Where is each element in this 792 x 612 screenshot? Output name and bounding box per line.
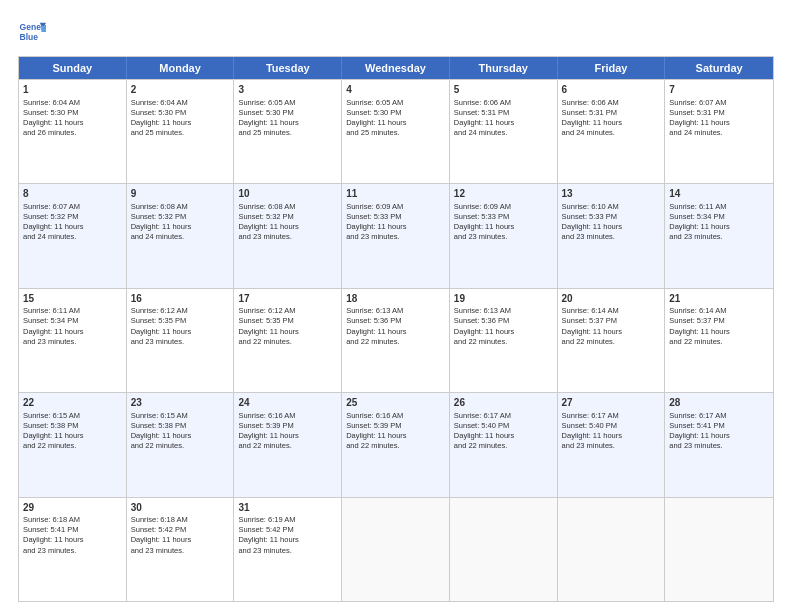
day-info-line: and 23 minutes. xyxy=(131,546,230,556)
day-info-line: and 22 minutes. xyxy=(346,441,445,451)
day-info-line: Daylight: 11 hours xyxy=(346,118,445,128)
day-info-line: Sunrise: 6:05 AM xyxy=(346,98,445,108)
header-day-monday: Monday xyxy=(127,57,235,79)
day-info-line: Sunrise: 6:15 AM xyxy=(131,411,230,421)
day-info-line: and 23 minutes. xyxy=(562,232,661,242)
header-day-tuesday: Tuesday xyxy=(234,57,342,79)
day-cell-12: 12Sunrise: 6:09 AMSunset: 5:33 PMDayligh… xyxy=(450,184,558,287)
day-info-line: and 22 minutes. xyxy=(562,337,661,347)
day-info-line: Daylight: 11 hours xyxy=(454,327,553,337)
day-info-line: Sunset: 5:42 PM xyxy=(238,525,337,535)
day-number: 26 xyxy=(454,396,553,410)
day-info-line: Sunset: 5:32 PM xyxy=(131,212,230,222)
day-cell-29: 29Sunrise: 6:18 AMSunset: 5:41 PMDayligh… xyxy=(19,498,127,601)
day-info-line: and 22 minutes. xyxy=(131,441,230,451)
header-day-wednesday: Wednesday xyxy=(342,57,450,79)
day-number: 13 xyxy=(562,187,661,201)
empty-cell xyxy=(342,498,450,601)
day-info-line: Sunset: 5:30 PM xyxy=(238,108,337,118)
day-info-line: and 23 minutes. xyxy=(669,441,769,451)
day-info-line: Daylight: 11 hours xyxy=(346,327,445,337)
day-number: 28 xyxy=(669,396,769,410)
day-info-line: Sunrise: 6:17 AM xyxy=(562,411,661,421)
day-number: 14 xyxy=(669,187,769,201)
day-cell-11: 11Sunrise: 6:09 AMSunset: 5:33 PMDayligh… xyxy=(342,184,450,287)
day-number: 12 xyxy=(454,187,553,201)
day-info-line: and 23 minutes. xyxy=(238,546,337,556)
day-number: 7 xyxy=(669,83,769,97)
day-info-line: Daylight: 11 hours xyxy=(346,431,445,441)
day-info-line: Daylight: 11 hours xyxy=(238,118,337,128)
calendar-row-1: 1Sunrise: 6:04 AMSunset: 5:30 PMDaylight… xyxy=(19,79,773,183)
day-info-line: and 22 minutes. xyxy=(454,441,553,451)
day-info-line: Sunrise: 6:13 AM xyxy=(454,306,553,316)
day-number: 19 xyxy=(454,292,553,306)
day-info-line: Daylight: 11 hours xyxy=(131,535,230,545)
day-cell-13: 13Sunrise: 6:10 AMSunset: 5:33 PMDayligh… xyxy=(558,184,666,287)
day-info-line: Sunset: 5:31 PM xyxy=(669,108,769,118)
day-cell-7: 7Sunrise: 6:07 AMSunset: 5:31 PMDaylight… xyxy=(665,80,773,183)
calendar-header: SundayMondayTuesdayWednesdayThursdayFrid… xyxy=(19,57,773,79)
day-info-line: Sunset: 5:37 PM xyxy=(669,316,769,326)
day-info-line: Sunrise: 6:06 AM xyxy=(454,98,553,108)
day-info-line: Sunset: 5:34 PM xyxy=(669,212,769,222)
day-cell-17: 17Sunrise: 6:12 AMSunset: 5:35 PMDayligh… xyxy=(234,289,342,392)
day-number: 6 xyxy=(562,83,661,97)
day-number: 22 xyxy=(23,396,122,410)
day-cell-27: 27Sunrise: 6:17 AMSunset: 5:40 PMDayligh… xyxy=(558,393,666,496)
day-info-line: Sunset: 5:38 PM xyxy=(131,421,230,431)
day-cell-22: 22Sunrise: 6:15 AMSunset: 5:38 PMDayligh… xyxy=(19,393,127,496)
day-info-line: and 23 minutes. xyxy=(346,232,445,242)
day-info-line: and 24 minutes. xyxy=(23,232,122,242)
logo-icon: General Blue xyxy=(18,18,46,46)
day-info-line: and 23 minutes. xyxy=(131,337,230,347)
day-info-line: and 24 minutes. xyxy=(562,128,661,138)
day-cell-26: 26Sunrise: 6:17 AMSunset: 5:40 PMDayligh… xyxy=(450,393,558,496)
day-info-line: Daylight: 11 hours xyxy=(454,431,553,441)
day-info-line: Sunrise: 6:08 AM xyxy=(131,202,230,212)
day-info-line: Sunset: 5:42 PM xyxy=(131,525,230,535)
day-cell-23: 23Sunrise: 6:15 AMSunset: 5:38 PMDayligh… xyxy=(127,393,235,496)
day-info-line: and 24 minutes. xyxy=(454,128,553,138)
day-info-line: Sunrise: 6:15 AM xyxy=(23,411,122,421)
day-info-line: Sunset: 5:30 PM xyxy=(346,108,445,118)
day-info-line: and 24 minutes. xyxy=(669,128,769,138)
day-info-line: Sunrise: 6:07 AM xyxy=(669,98,769,108)
day-cell-10: 10Sunrise: 6:08 AMSunset: 5:32 PMDayligh… xyxy=(234,184,342,287)
day-info-line: and 25 minutes. xyxy=(346,128,445,138)
day-info-line: Sunrise: 6:19 AM xyxy=(238,515,337,525)
day-info-line: Daylight: 11 hours xyxy=(562,222,661,232)
day-number: 20 xyxy=(562,292,661,306)
day-cell-9: 9Sunrise: 6:08 AMSunset: 5:32 PMDaylight… xyxy=(127,184,235,287)
day-number: 4 xyxy=(346,83,445,97)
day-info-line: Sunrise: 6:12 AM xyxy=(131,306,230,316)
day-info-line: Daylight: 11 hours xyxy=(23,222,122,232)
day-cell-6: 6Sunrise: 6:06 AMSunset: 5:31 PMDaylight… xyxy=(558,80,666,183)
day-info-line: Sunset: 5:30 PM xyxy=(23,108,122,118)
day-info-line: Daylight: 11 hours xyxy=(238,327,337,337)
header-day-thursday: Thursday xyxy=(450,57,558,79)
empty-cell xyxy=(450,498,558,601)
day-info-line: Sunset: 5:41 PM xyxy=(23,525,122,535)
day-info-line: Sunset: 5:39 PM xyxy=(238,421,337,431)
day-number: 17 xyxy=(238,292,337,306)
day-info-line: Sunrise: 6:14 AM xyxy=(562,306,661,316)
empty-cell xyxy=(558,498,666,601)
calendar-row-5: 29Sunrise: 6:18 AMSunset: 5:41 PMDayligh… xyxy=(19,497,773,601)
day-info-line: Sunrise: 6:04 AM xyxy=(131,98,230,108)
day-info-line: Sunset: 5:32 PM xyxy=(23,212,122,222)
day-info-line: Daylight: 11 hours xyxy=(23,431,122,441)
day-number: 1 xyxy=(23,83,122,97)
day-cell-20: 20Sunrise: 6:14 AMSunset: 5:37 PMDayligh… xyxy=(558,289,666,392)
day-info-line: Sunset: 5:33 PM xyxy=(562,212,661,222)
day-info-line: Daylight: 11 hours xyxy=(131,118,230,128)
day-cell-21: 21Sunrise: 6:14 AMSunset: 5:37 PMDayligh… xyxy=(665,289,773,392)
day-info-line: and 22 minutes. xyxy=(238,441,337,451)
day-info-line: Sunrise: 6:08 AM xyxy=(238,202,337,212)
day-info-line: Daylight: 11 hours xyxy=(562,431,661,441)
day-info-line: Sunset: 5:31 PM xyxy=(562,108,661,118)
day-cell-19: 19Sunrise: 6:13 AMSunset: 5:36 PMDayligh… xyxy=(450,289,558,392)
day-info-line: Sunrise: 6:16 AM xyxy=(238,411,337,421)
day-info-line: Sunrise: 6:13 AM xyxy=(346,306,445,316)
calendar-body: 1Sunrise: 6:04 AMSunset: 5:30 PMDaylight… xyxy=(19,79,773,601)
